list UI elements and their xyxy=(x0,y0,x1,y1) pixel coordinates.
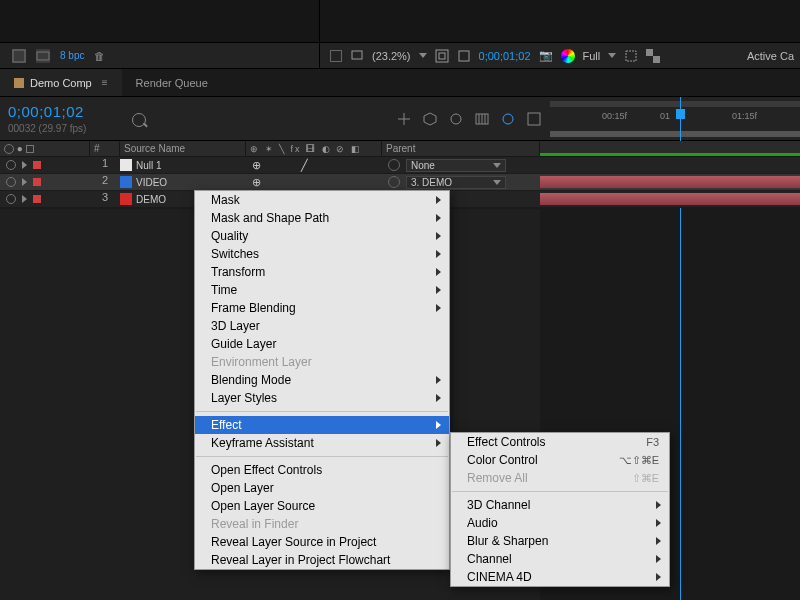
video-toggle[interactable] xyxy=(6,160,16,170)
menu-item-open-layer[interactable]: Open Layer xyxy=(195,479,449,497)
time-ruler[interactable]: 00:15f 01 01:15f xyxy=(540,97,800,141)
video-toggle[interactable] xyxy=(6,177,16,187)
menu-item-effect-controls[interactable]: Effect ControlsF3 xyxy=(451,433,669,451)
layer-name[interactable]: Null 1 xyxy=(136,160,162,171)
resolution-dropdown[interactable]: Full xyxy=(583,50,601,62)
menu-item-keyframe-assistant[interactable]: Keyframe Assistant xyxy=(195,434,449,452)
menu-separator xyxy=(452,491,668,492)
zoom-level[interactable]: (23.2%) xyxy=(372,50,411,62)
layer-color-chip xyxy=(120,176,132,188)
tab-comp[interactable]: Demo Comp ≡ xyxy=(0,69,122,96)
col-source-name[interactable]: Source Name xyxy=(120,141,246,156)
menu-item-audio[interactable]: Audio xyxy=(451,514,669,532)
channel-icon[interactable] xyxy=(561,49,575,63)
resolution-dropdown-icon[interactable] xyxy=(608,53,616,58)
twirl-icon[interactable] xyxy=(22,195,27,203)
trash-icon[interactable]: 🗑 xyxy=(94,50,105,62)
chevron-down-icon xyxy=(493,180,501,185)
shy-switch[interactable]: ⊕ xyxy=(252,176,261,189)
menu-item-3d-layer[interactable]: 3D Layer xyxy=(195,317,449,335)
safe-zones-icon[interactable] xyxy=(435,49,449,63)
layer-bar[interactable] xyxy=(540,193,800,205)
col-index: # xyxy=(90,141,120,156)
menu-item-layer-styles[interactable]: Layer Styles xyxy=(195,389,449,407)
parent-dropdown[interactable]: None xyxy=(406,159,506,172)
pickwhip-icon[interactable] xyxy=(388,176,400,188)
label-color[interactable] xyxy=(33,178,41,186)
menu-item-frame-blending[interactable]: Frame Blending xyxy=(195,299,449,317)
menu-item-3d-channel[interactable]: 3D Channel xyxy=(451,496,669,514)
lock-icon xyxy=(26,145,34,153)
parent-dropdown[interactable]: 3. DEMO xyxy=(406,176,506,189)
timeline-options xyxy=(396,111,542,127)
twirl-icon[interactable] xyxy=(22,178,27,186)
menu-item-effect[interactable]: Effect xyxy=(195,416,449,434)
flowchart-icon[interactable] xyxy=(12,49,26,63)
chevron-down-icon xyxy=(493,163,501,168)
menu-item-channel[interactable]: Channel xyxy=(451,550,669,568)
current-time-display[interactable]: 0;00;01;02 xyxy=(479,50,531,62)
project-footer: 8 bpc 🗑 xyxy=(0,43,320,68)
quality-switch[interactable]: ╱ xyxy=(301,159,308,172)
label-color[interactable] xyxy=(33,161,41,169)
layer-name[interactable]: VIDEO xyxy=(136,177,167,188)
magnification-icon[interactable] xyxy=(350,49,364,63)
draft3d-icon[interactable] xyxy=(422,111,438,127)
menu-item-reveal-layer-source-in-project[interactable]: Reveal Layer Source in Project xyxy=(195,533,449,551)
pickwhip-icon[interactable] xyxy=(388,159,400,171)
menu-item-guide-layer[interactable]: Guide Layer xyxy=(195,335,449,353)
playhead-handle[interactable] xyxy=(676,109,685,119)
frame-blend-icon[interactable] xyxy=(474,111,490,127)
label-color[interactable] xyxy=(33,195,41,203)
menu-item-open-layer-source[interactable]: Open Layer Source xyxy=(195,497,449,515)
menu-item-switches[interactable]: Switches xyxy=(195,245,449,263)
menu-item-blur-sharpen[interactable]: Blur & Sharpen xyxy=(451,532,669,550)
svg-rect-5 xyxy=(459,51,469,61)
work-area-bar[interactable] xyxy=(550,131,800,137)
svg-point-14 xyxy=(503,114,513,124)
tab-render-queue[interactable]: Render Queue xyxy=(122,69,222,96)
layer-bar[interactable] xyxy=(540,176,800,188)
menu-item-time[interactable]: Time xyxy=(195,281,449,299)
menu-item-cinema-4d[interactable]: CINEMA 4D xyxy=(451,568,669,586)
zoom-dropdown-icon[interactable] xyxy=(419,53,427,58)
twirl-icon[interactable] xyxy=(22,161,27,169)
col-av-toggles: ● xyxy=(0,141,90,156)
timeline-tabs: Demo Comp ≡ Render Queue xyxy=(0,69,800,97)
tab-render-label: Render Queue xyxy=(136,77,208,89)
menu-item-mask[interactable]: Mask xyxy=(195,191,449,209)
video-toggle[interactable] xyxy=(6,194,16,204)
roi-icon[interactable] xyxy=(624,49,638,63)
search-icon[interactable] xyxy=(132,113,146,127)
shy-switch[interactable]: ⊕ xyxy=(252,159,261,172)
switches-symbols: ⊕ ✶ ╲ fx 🎞 ◐ ⊘ ◧ xyxy=(250,144,362,154)
menu-item-quality[interactable]: Quality xyxy=(195,227,449,245)
menu-item-mask-and-shape-path[interactable]: Mask and Shape Path xyxy=(195,209,449,227)
transparency-grid-icon[interactable] xyxy=(646,49,660,63)
menu-item-blending-mode[interactable]: Blending Mode xyxy=(195,371,449,389)
comp-timecode[interactable]: 0;00;01;02 xyxy=(8,103,84,120)
color-depth-toggle[interactable]: 8 bpc xyxy=(60,50,84,61)
menu-item-transform[interactable]: Transform xyxy=(195,263,449,281)
menu-item-open-effect-controls[interactable]: Open Effect Controls xyxy=(195,461,449,479)
motion-blur-icon[interactable] xyxy=(500,111,516,127)
hide-shy-icon[interactable] xyxy=(448,111,464,127)
layer-name[interactable]: DEMO xyxy=(136,194,166,205)
track-row[interactable] xyxy=(540,157,800,174)
track-row[interactable] xyxy=(540,191,800,208)
camera-dropdown[interactable]: Active Ca xyxy=(747,50,794,62)
comp-mini-flowchart-icon[interactable] xyxy=(396,111,412,127)
track-row[interactable] xyxy=(540,174,800,191)
snapshot-icon[interactable]: 📷 xyxy=(539,49,553,63)
layer-color-chip xyxy=(120,193,132,205)
navigator[interactable] xyxy=(550,101,800,107)
timeline-tracks[interactable] xyxy=(540,157,800,208)
mask-toggle-icon[interactable] xyxy=(457,49,471,63)
cache-bar xyxy=(540,153,800,156)
project-panel-strip xyxy=(0,0,320,42)
menu-item-color-control[interactable]: Color Control⌥⇧⌘E xyxy=(451,451,669,469)
menu-item-reveal-layer-in-project-flowchart[interactable]: Reveal Layer in Project Flowchart xyxy=(195,551,449,569)
render-settings-icon[interactable] xyxy=(36,49,50,63)
grid-toggle-icon[interactable] xyxy=(330,50,342,62)
tab-menu-icon[interactable]: ≡ xyxy=(102,77,108,88)
